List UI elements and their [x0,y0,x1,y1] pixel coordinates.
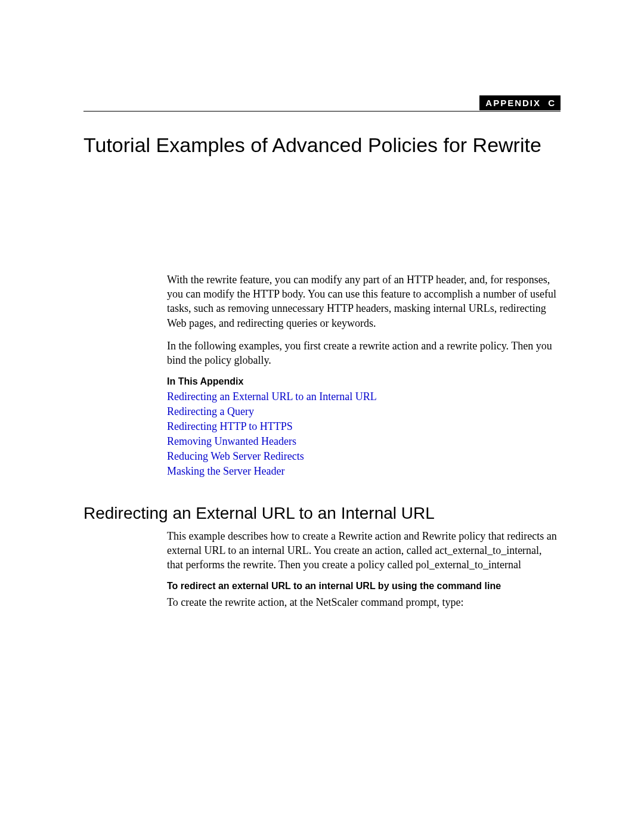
appendix-label: APPENDIX [485,98,541,108]
list-item: Redirecting an External URL to an Intern… [167,391,561,403]
toc-list: Redirecting an External URL to an Intern… [167,391,561,478]
toc-link-redirect-http-https[interactable]: Redirecting HTTP to HTTPS [167,420,293,432]
intro-paragraph-2: In the following examples, you first cre… [167,339,561,368]
appendix-badge: APPENDIX C [479,95,561,110]
appendix-letter: C [548,98,555,108]
page-title: Tutorial Examples of Advanced Policies f… [83,132,561,159]
toc-heading: In This Appendix [167,376,561,387]
intro-block: With the rewrite feature, you can modify… [167,272,561,609]
section1-paragraph-2: To create the rewrite action, at the Net… [167,595,561,609]
toc-link-mask-server-header[interactable]: Masking the Server Header [167,465,284,477]
list-item: Removing Unwanted Headers [167,435,561,448]
section1-paragraph-1: This example describes how to create a R… [167,529,561,572]
list-item: Redirecting a Query [167,405,561,418]
toc-link-remove-headers[interactable]: Removing Unwanted Headers [167,435,296,447]
section1-procedure-title: To redirect an external URL to an intern… [167,581,561,592]
list-item: Masking the Server Header [167,465,561,478]
section-heading-redirect-external: Redirecting an External URL to an Intern… [83,504,561,523]
list-item: Redirecting HTTP to HTTPS [167,420,561,433]
toc-link-redirect-external[interactable]: Redirecting an External URL to an Intern… [167,391,377,402]
toc-link-redirect-query[interactable]: Redirecting a Query [167,405,254,417]
intro-paragraph-1: With the rewrite feature, you can modify… [167,272,561,330]
document-page: APPENDIX C Tutorial Examples of Advanced… [0,0,644,833]
list-item: Reducing Web Server Redirects [167,450,561,463]
toc-link-reduce-redirects[interactable]: Reducing Web Server Redirects [167,450,304,462]
top-rule [83,111,561,112]
